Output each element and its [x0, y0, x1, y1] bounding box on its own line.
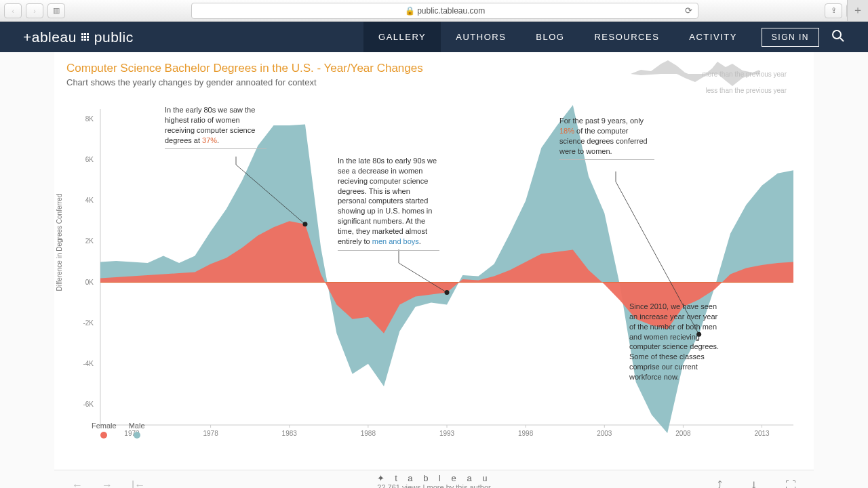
nav-gallery[interactable]: GALLERY	[363, 22, 441, 52]
plus-icon	[81, 33, 90, 41]
svg-text:6K: 6K	[85, 156, 94, 163]
site-nav: +ableau public GALLERY AUTHORS BLOG RESO…	[0, 22, 868, 52]
svg-line-1	[840, 38, 844, 41]
svg-text:2K: 2K	[85, 237, 94, 245]
next-button[interactable]: →	[102, 479, 113, 488]
url-bar[interactable]: 🔒 public.tableau.com ⟳	[191, 3, 698, 19]
download-icon[interactable]: ⤓	[749, 479, 758, 489]
svg-point-31	[302, 222, 307, 226]
tableau-logo[interactable]: +ableau public	[23, 29, 134, 45]
y-axis-label: Difference in Degrees Conferred	[56, 194, 63, 291]
legend: Female Male	[92, 422, 145, 439]
svg-text:-6K: -6K	[83, 401, 94, 408]
annotation-early-80s: In the early 80s we saw the highest rati…	[165, 105, 267, 149]
svg-text:4K: 4K	[85, 197, 94, 204]
svg-text:8K: 8K	[85, 115, 94, 123]
svg-text:1998: 1998	[518, 430, 534, 437]
tableau-footer-logo: ✦ t a b l e a u	[377, 473, 492, 483]
svg-text:2013: 2013	[754, 430, 770, 437]
svg-text:0K: 0K	[85, 279, 94, 286]
new-tab-button[interactable]: ＋	[847, 0, 868, 21]
browser-toolbar: ‹ › ▥ 🔒 public.tableau.com ⟳ ⇪ ⧉ ＋	[0, 0, 868, 22]
svg-text:1983: 1983	[282, 430, 298, 437]
prev-button[interactable]: ←	[72, 479, 83, 488]
svg-text:-4K: -4K	[83, 360, 94, 367]
nav-activity[interactable]: ACTIVITY	[674, 22, 752, 52]
svg-text:2008: 2008	[675, 430, 691, 437]
svg-text:-2K: -2K	[83, 319, 94, 327]
annotation-late-80s: In the late 80s to early 90s we see a de…	[338, 156, 439, 251]
svg-text:1993: 1993	[439, 430, 455, 437]
forward-button[interactable]: ›	[26, 3, 43, 18]
viz-footer: ← → |← ✦ t a b l e a u 22,761 views | mo…	[54, 470, 814, 488]
more-by-author-link[interactable]: more by this author	[427, 483, 491, 488]
url-host: public.tableau.com	[417, 6, 485, 16]
first-button[interactable]: |←	[132, 479, 145, 488]
nav-authors[interactable]: AUTHORS	[441, 22, 521, 52]
svg-text:2003: 2003	[597, 430, 612, 437]
annotation-past-9-years: For the past 9 years, only 18% of the co…	[559, 116, 654, 160]
svg-point-32	[445, 290, 450, 295]
signin-button[interactable]: SIGN IN	[762, 28, 819, 47]
viz-container: Computer Science Bachelor Degrees in the…	[54, 52, 814, 488]
search-icon[interactable]	[831, 29, 845, 45]
fullscreen-icon[interactable]: ⛶	[785, 479, 796, 489]
svg-point-0	[833, 30, 841, 39]
share-icon[interactable]: ⤴	[717, 479, 722, 489]
back-button[interactable]: ‹	[4, 3, 22, 18]
chart-area[interactable]: Difference in Degrees Conferred -6K-4K-2…	[54, 90, 814, 470]
share-button[interactable]: ⇪	[825, 3, 842, 18]
svg-text:1978: 1978	[203, 430, 218, 437]
svg-text:1988: 1988	[361, 430, 376, 437]
sidebar-button[interactable]: ▥	[47, 3, 65, 18]
nav-resources[interactable]: RESOURCES	[579, 22, 674, 52]
reload-icon[interactable]: ⟳	[685, 5, 692, 16]
annotation-since-2010: Since 2010, we have seen an increase yea…	[629, 302, 724, 386]
nav-blog[interactable]: BLOG	[521, 22, 579, 52]
lock-icon: 🔒	[405, 6, 415, 16]
